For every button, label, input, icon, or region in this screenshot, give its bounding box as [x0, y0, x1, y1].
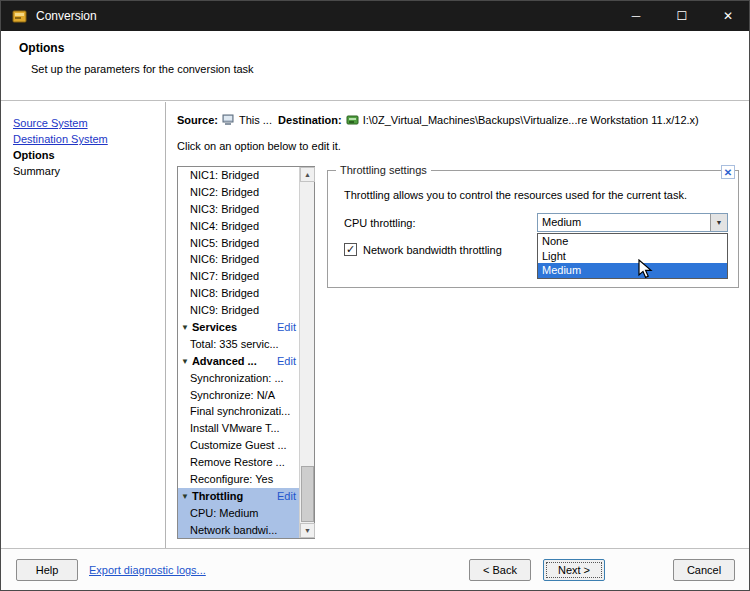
page-title: Options	[19, 41, 64, 55]
source-label: Source:	[177, 114, 218, 126]
options-section-row[interactable]: ▼ServicesEdit	[178, 319, 299, 336]
network-bandwidth-checkbox[interactable]: ✓	[344, 243, 357, 256]
cpu-throttling-value: Medium	[542, 216, 581, 228]
dropdown-option-none[interactable]: None	[538, 234, 727, 249]
destination-label: Destination:	[278, 114, 342, 126]
cpu-throttling-label: CPU throttling:	[344, 217, 416, 229]
options-item-row[interactable]: NIC5: Bridged	[178, 235, 299, 252]
options-item-row[interactable]: NIC9: Bridged	[178, 302, 299, 319]
options-list-rows: NIC1: BridgedNIC2: BridgedNIC3: BridgedN…	[178, 167, 299, 538]
options-section-row[interactable]: ▼Advanced ...Edit	[178, 353, 299, 370]
scroll-down-arrow-icon[interactable]: ▼	[300, 523, 315, 538]
edit-link[interactable]: Edit	[277, 353, 296, 370]
options-item-row[interactable]: NIC1: Bridged	[178, 167, 299, 184]
option-label: NIC7: Bridged	[190, 270, 259, 282]
options-item-row[interactable]: Remove Restore ...	[178, 454, 299, 471]
next-button[interactable]: Next >	[543, 559, 605, 581]
cancel-button[interactable]: Cancel	[673, 559, 735, 581]
wizard-body: Source System Destination System Options…	[1, 102, 750, 548]
option-label: Network bandwi...	[190, 524, 277, 536]
group-close-icon[interactable]: ✕	[721, 165, 735, 179]
cpu-throttling-dropdown-list: NoneLightMedium	[537, 233, 728, 279]
options-item-row[interactable]: NIC3: Bridged	[178, 201, 299, 218]
option-label: NIC4: Bridged	[190, 220, 259, 232]
instruction-text: Click on an option below to edit it.	[177, 140, 341, 152]
network-bandwidth-row: ✓ Network bandwidth throttling	[344, 243, 502, 256]
page-subtitle: Set up the parameters for the conversion…	[31, 63, 254, 75]
window-title: Conversion	[36, 9, 97, 23]
options-item-row[interactable]: Reconfigure: Yes	[178, 471, 299, 488]
export-diagnostic-logs-link[interactable]: Export diagnostic logs...	[89, 564, 206, 576]
option-label: NIC9: Bridged	[190, 304, 259, 316]
options-item-row[interactable]: Network bandwi...	[178, 522, 299, 538]
network-bandwidth-label: Network bandwidth throttling	[363, 244, 502, 256]
option-label: Final synchronizati...	[190, 405, 290, 417]
options-item-row[interactable]: NIC2: Bridged	[178, 184, 299, 201]
edit-link[interactable]: Edit	[277, 319, 296, 336]
option-label: Customize Guest ...	[190, 439, 287, 451]
option-label: Install VMware T...	[190, 422, 280, 434]
options-scrollbar[interactable]: ▲ ▼	[299, 167, 314, 538]
option-label: Reconfigure: Yes	[190, 473, 273, 485]
collapse-triangle-icon[interactable]: ▼	[181, 492, 189, 501]
conversion-window: Conversion ─ ☐ ✕ Options Set up the para…	[0, 0, 750, 591]
group-title: Throttling settings	[336, 164, 431, 176]
nav-destination-system[interactable]: Destination System	[13, 133, 108, 145]
main-panel: Source:This ... Destination:I:\0Z_Virtua…	[167, 102, 750, 548]
option-label: NIC2: Bridged	[190, 186, 259, 198]
options-item-row[interactable]: NIC4: Bridged	[178, 218, 299, 235]
edit-link[interactable]: Edit	[277, 488, 296, 505]
option-label: NIC6: Bridged	[190, 253, 259, 265]
app-icon	[12, 8, 28, 24]
options-item-row[interactable]: CPU: Medium	[178, 505, 299, 522]
nav-source-system[interactable]: Source System	[13, 117, 88, 129]
dropdown-option-medium[interactable]: Medium	[538, 263, 727, 278]
option-label: NIC5: Bridged	[190, 237, 259, 249]
option-label: Advanced ...	[192, 355, 257, 367]
option-label: Remove Restore ...	[190, 456, 285, 468]
source-icon	[222, 114, 235, 128]
options-item-row[interactable]: NIC6: Bridged	[178, 251, 299, 268]
options-list: NIC1: BridgedNIC2: BridgedNIC3: BridgedN…	[177, 166, 315, 539]
options-section-row[interactable]: ▼ThrottlingEdit	[178, 488, 299, 505]
throttling-description: Throttling allows you to control the res…	[344, 189, 687, 201]
nav-options-current: Options	[13, 149, 55, 161]
dropdown-arrow-icon[interactable]: ▼	[710, 214, 727, 231]
wizard-step-nav: Source System Destination System Options…	[1, 102, 166, 548]
options-item-row[interactable]: Synchronize: N/A	[178, 387, 299, 404]
scroll-up-arrow-icon[interactable]: ▲	[300, 167, 315, 182]
option-label: Services	[192, 321, 237, 333]
options-item-row[interactable]: Install VMware T...	[178, 420, 299, 437]
wizard-header: Options Set up the parameters for the co…	[1, 31, 750, 101]
options-item-row[interactable]: Total: 335 servic...	[178, 336, 299, 353]
options-item-row[interactable]: Customize Guest ...	[178, 437, 299, 454]
titlebar: Conversion ─ ☐ ✕	[1, 1, 750, 31]
source-destination-line: Source:This ... Destination:I:\0Z_Virtua…	[177, 114, 699, 128]
maximize-button[interactable]: ☐	[659, 1, 705, 31]
cpu-throttling-dropdown[interactable]: Medium ▼	[537, 213, 728, 232]
option-label: NIC1: Bridged	[190, 169, 259, 181]
scrollbar-thumb[interactable]	[301, 466, 314, 522]
collapse-triangle-icon[interactable]: ▼	[181, 323, 189, 332]
options-item-row[interactable]: NIC7: Bridged	[178, 268, 299, 285]
source-value: This ...	[239, 114, 272, 126]
collapse-triangle-icon[interactable]: ▼	[181, 357, 189, 366]
help-button[interactable]: Help	[16, 559, 78, 581]
back-button[interactable]: < Back	[469, 559, 531, 581]
options-item-row[interactable]: Final synchronizati...	[178, 403, 299, 420]
option-label: Throttling	[192, 490, 243, 502]
nav-summary[interactable]: Summary	[13, 165, 60, 177]
options-item-row[interactable]: NIC8: Bridged	[178, 285, 299, 302]
destination-value: I:\0Z_Virtual_Machines\Backups\Virtualiz…	[363, 114, 699, 126]
minimize-button[interactable]: ─	[613, 1, 659, 31]
option-label: Synchronization: ...	[190, 372, 284, 384]
option-label: CPU: Medium	[190, 507, 258, 519]
option-label: Total: 335 servic...	[190, 338, 279, 350]
close-button[interactable]: ✕	[705, 1, 750, 31]
destination-icon	[346, 114, 359, 128]
window-controls: ─ ☐ ✕	[613, 1, 750, 31]
dropdown-option-light[interactable]: Light	[538, 249, 727, 264]
option-label: NIC8: Bridged	[190, 287, 259, 299]
footer-bar: Help Export diagnostic logs... < Back Ne…	[1, 548, 750, 591]
options-item-row[interactable]: Synchronization: ...	[178, 370, 299, 387]
